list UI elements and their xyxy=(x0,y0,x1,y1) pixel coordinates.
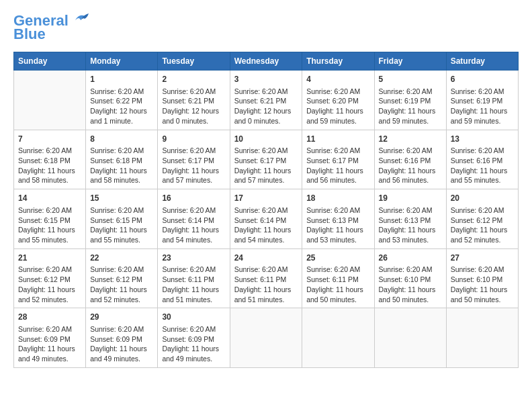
day-number: 14 xyxy=(18,193,81,204)
weekday-header-wednesday: Wednesday xyxy=(230,52,302,71)
day-number: 8 xyxy=(90,134,153,145)
weekday-header-tuesday: Tuesday xyxy=(158,52,230,71)
calendar-table: SundayMondayTuesdayWednesdayThursdayFrid… xyxy=(13,52,519,368)
day-content: Sunrise: 6:20 AMSunset: 6:12 PMDaylight:… xyxy=(451,205,514,245)
day-content: Sunrise: 6:20 AMSunset: 6:15 PMDaylight:… xyxy=(90,205,153,245)
calendar-cell: 8Sunrise: 6:20 AMSunset: 6:18 PMDaylight… xyxy=(86,130,158,189)
day-number: 21 xyxy=(18,253,81,264)
calendar-week-row: 21Sunrise: 6:20 AMSunset: 6:12 PMDayligh… xyxy=(14,248,519,308)
day-number: 27 xyxy=(451,253,514,264)
day-content: Sunrise: 6:20 AMSunset: 6:09 PMDaylight:… xyxy=(18,324,81,364)
day-number: 11 xyxy=(306,134,369,145)
day-content: Sunrise: 6:20 AMSunset: 6:22 PMDaylight:… xyxy=(90,87,153,126)
day-content: Sunrise: 6:20 AMSunset: 6:11 PMDaylight:… xyxy=(306,265,369,304)
day-number: 30 xyxy=(162,312,225,323)
calendar-cell: 4Sunrise: 6:20 AMSunset: 6:20 PMDaylight… xyxy=(302,71,374,130)
day-number: 18 xyxy=(306,193,369,204)
day-content: Sunrise: 6:20 AMSunset: 6:17 PMDaylight:… xyxy=(234,146,298,185)
day-number: 6 xyxy=(451,74,514,85)
day-number: 20 xyxy=(451,193,514,204)
day-content: Sunrise: 6:20 AMSunset: 6:18 PMDaylight:… xyxy=(90,146,153,185)
day-content: Sunrise: 6:20 AMSunset: 6:14 PMDaylight:… xyxy=(234,205,298,245)
day-content: Sunrise: 6:20 AMSunset: 6:12 PMDaylight:… xyxy=(18,265,81,304)
calendar-cell xyxy=(230,308,302,368)
day-content: Sunrise: 6:20 AMSunset: 6:13 PMDaylight:… xyxy=(379,205,442,245)
day-number: 13 xyxy=(451,134,514,145)
calendar-cell: 5Sunrise: 6:20 AMSunset: 6:19 PMDaylight… xyxy=(374,71,446,130)
day-content: Sunrise: 6:20 AMSunset: 6:17 PMDaylight:… xyxy=(162,146,225,185)
day-content: Sunrise: 6:20 AMSunset: 6:16 PMDaylight:… xyxy=(379,146,442,185)
day-number: 9 xyxy=(162,134,225,145)
calendar-cell: 21Sunrise: 6:20 AMSunset: 6:12 PMDayligh… xyxy=(14,248,86,308)
page-header: General Blue xyxy=(13,13,519,42)
day-number: 25 xyxy=(306,253,369,264)
calendar-cell: 27Sunrise: 6:20 AMSunset: 6:10 PMDayligh… xyxy=(446,248,518,308)
day-number: 24 xyxy=(234,253,298,264)
day-number: 26 xyxy=(379,253,442,264)
calendar-cell: 19Sunrise: 6:20 AMSunset: 6:13 PMDayligh… xyxy=(374,189,446,249)
calendar-cell: 24Sunrise: 6:20 AMSunset: 6:11 PMDayligh… xyxy=(230,248,302,308)
calendar-cell: 9Sunrise: 6:20 AMSunset: 6:17 PMDaylight… xyxy=(158,130,230,189)
calendar-cell xyxy=(14,71,86,130)
logo-blue: Blue xyxy=(13,27,46,42)
calendar-cell: 20Sunrise: 6:20 AMSunset: 6:12 PMDayligh… xyxy=(446,189,518,249)
calendar-cell: 15Sunrise: 6:20 AMSunset: 6:15 PMDayligh… xyxy=(86,189,158,249)
day-content: Sunrise: 6:20 AMSunset: 6:11 PMDaylight:… xyxy=(234,265,298,304)
calendar-cell: 3Sunrise: 6:20 AMSunset: 6:21 PMDaylight… xyxy=(230,71,302,130)
day-content: Sunrise: 6:20 AMSunset: 6:19 PMDaylight:… xyxy=(379,87,442,126)
day-number: 12 xyxy=(379,134,442,145)
calendar-cell: 22Sunrise: 6:20 AMSunset: 6:12 PMDayligh… xyxy=(86,248,158,308)
day-content: Sunrise: 6:20 AMSunset: 6:12 PMDaylight:… xyxy=(90,265,153,304)
calendar-cell: 6Sunrise: 6:20 AMSunset: 6:19 PMDaylight… xyxy=(446,71,518,130)
calendar-week-row: 14Sunrise: 6:20 AMSunset: 6:15 PMDayligh… xyxy=(14,189,519,249)
day-number: 28 xyxy=(18,312,81,323)
day-content: Sunrise: 6:20 AMSunset: 6:11 PMDaylight:… xyxy=(162,265,225,304)
calendar-cell: 2Sunrise: 6:20 AMSunset: 6:21 PMDaylight… xyxy=(158,71,230,130)
calendar-cell: 7Sunrise: 6:20 AMSunset: 6:18 PMDaylight… xyxy=(14,130,86,189)
day-number: 23 xyxy=(162,253,225,264)
day-number: 4 xyxy=(306,74,369,85)
day-number: 15 xyxy=(90,193,153,204)
calendar-header-row: SundayMondayTuesdayWednesdayThursdayFrid… xyxy=(14,52,519,71)
calendar-cell: 23Sunrise: 6:20 AMSunset: 6:11 PMDayligh… xyxy=(158,248,230,308)
day-content: Sunrise: 6:20 AMSunset: 6:13 PMDaylight:… xyxy=(306,205,369,245)
day-number: 17 xyxy=(234,193,298,204)
day-content: Sunrise: 6:20 AMSunset: 6:18 PMDaylight:… xyxy=(18,146,81,185)
calendar-week-row: 1Sunrise: 6:20 AMSunset: 6:22 PMDaylight… xyxy=(14,71,519,130)
calendar-cell: 13Sunrise: 6:20 AMSunset: 6:16 PMDayligh… xyxy=(446,130,518,189)
day-content: Sunrise: 6:20 AMSunset: 6:21 PMDaylight:… xyxy=(234,87,298,126)
calendar-cell xyxy=(302,308,374,368)
day-number: 7 xyxy=(18,134,81,145)
calendar-cell: 10Sunrise: 6:20 AMSunset: 6:17 PMDayligh… xyxy=(230,130,302,189)
weekday-header-monday: Monday xyxy=(86,52,158,71)
day-number: 10 xyxy=(234,134,298,145)
day-number: 1 xyxy=(90,74,153,85)
day-content: Sunrise: 6:20 AMSunset: 6:19 PMDaylight:… xyxy=(451,87,514,126)
weekday-header-friday: Friday xyxy=(374,52,446,71)
calendar-cell: 17Sunrise: 6:20 AMSunset: 6:14 PMDayligh… xyxy=(230,189,302,249)
calendar-cell: 28Sunrise: 6:20 AMSunset: 6:09 PMDayligh… xyxy=(14,308,86,368)
day-content: Sunrise: 6:20 AMSunset: 6:10 PMDaylight:… xyxy=(451,265,514,304)
calendar-cell: 18Sunrise: 6:20 AMSunset: 6:13 PMDayligh… xyxy=(302,189,374,249)
day-number: 5 xyxy=(379,74,442,85)
calendar-cell: 12Sunrise: 6:20 AMSunset: 6:16 PMDayligh… xyxy=(374,130,446,189)
calendar-week-row: 28Sunrise: 6:20 AMSunset: 6:09 PMDayligh… xyxy=(14,308,519,368)
calendar-cell: 14Sunrise: 6:20 AMSunset: 6:15 PMDayligh… xyxy=(14,189,86,249)
calendar-cell: 1Sunrise: 6:20 AMSunset: 6:22 PMDaylight… xyxy=(86,71,158,130)
weekday-header-saturday: Saturday xyxy=(446,52,518,71)
day-content: Sunrise: 6:20 AMSunset: 6:17 PMDaylight:… xyxy=(306,146,369,185)
day-content: Sunrise: 6:20 AMSunset: 6:09 PMDaylight:… xyxy=(90,324,153,364)
calendar-week-row: 7Sunrise: 6:20 AMSunset: 6:18 PMDaylight… xyxy=(14,130,519,189)
weekday-header-thursday: Thursday xyxy=(302,52,374,71)
logo-bird-icon xyxy=(70,11,91,26)
calendar-cell: 26Sunrise: 6:20 AMSunset: 6:10 PMDayligh… xyxy=(374,248,446,308)
calendar-cell xyxy=(374,308,446,368)
day-content: Sunrise: 6:20 AMSunset: 6:15 PMDaylight:… xyxy=(18,205,81,245)
day-content: Sunrise: 6:20 AMSunset: 6:20 PMDaylight:… xyxy=(306,87,369,126)
day-content: Sunrise: 6:20 AMSunset: 6:14 PMDaylight:… xyxy=(162,205,225,245)
day-number: 16 xyxy=(162,193,225,204)
calendar-cell: 25Sunrise: 6:20 AMSunset: 6:11 PMDayligh… xyxy=(302,248,374,308)
logo: General Blue xyxy=(13,13,91,42)
day-number: 22 xyxy=(90,253,153,264)
calendar-cell xyxy=(446,308,518,368)
